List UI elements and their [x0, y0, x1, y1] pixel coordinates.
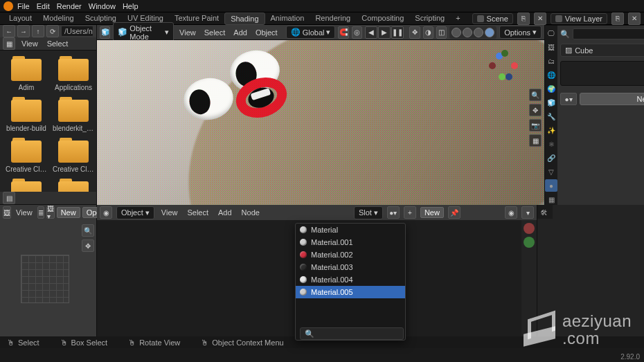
browse-material-icon[interactable]: ●▾: [387, 206, 400, 219]
tab-viewlayer-icon[interactable]: 🗂: [545, 55, 557, 67]
move-icon[interactable]: ✥: [82, 239, 94, 252]
ie-menu-view[interactable]: View: [13, 208, 35, 217]
nav-back-icon[interactable]: ←: [3, 25, 15, 37]
backdrop-icon[interactable]: ▾: [521, 206, 534, 219]
navigation-gizmo[interactable]: [489, 50, 519, 80]
tab-modeling[interactable]: Modeling: [37, 12, 80, 25]
overlays-icon[interactable]: ◑: [423, 26, 433, 39]
material-item[interactable]: Material.002: [296, 248, 405, 261]
tab-material-icon[interactable]: ●: [545, 179, 557, 192]
tab-data-icon[interactable]: ▽: [545, 165, 557, 178]
tab-layout[interactable]: Layout: [3, 12, 37, 25]
tab-particles-icon[interactable]: ✨: [545, 124, 557, 136]
material-item[interactable]: Material.001: [296, 236, 405, 248]
display-mode-icon[interactable]: ▤: [3, 192, 15, 204]
tab-world-icon[interactable]: 🌍: [545, 82, 557, 95]
material-item[interactable]: Material.005: [296, 286, 405, 298]
material-search[interactable]: 🔍: [300, 327, 404, 340]
axis-neg-z-icon[interactable]: [506, 73, 512, 80]
image-editor-canvas[interactable]: 🔍 ✥: [0, 220, 96, 336]
camera-icon[interactable]: 📷: [529, 119, 542, 132]
editor-type-icon[interactable]: ▦: [3, 37, 15, 50]
tab-scripting[interactable]: Scripting: [409, 12, 450, 25]
properties-search[interactable]: [573, 28, 644, 39]
sidebar-item-icon[interactable]: [524, 223, 535, 234]
new-image-button[interactable]: New: [57, 207, 80, 218]
path-field[interactable]: /Users/nadiken/: [61, 26, 93, 37]
menu-window[interactable]: Window: [89, 2, 116, 10]
menu-help[interactable]: Help: [123, 2, 138, 10]
shader-type-selector[interactable]: Object ▾: [116, 206, 154, 219]
tab-rendering[interactable]: Rendering: [310, 12, 356, 25]
ne-menu-view[interactable]: View: [159, 208, 181, 217]
folder-item[interactable]: Creative Clo…: [53, 138, 94, 173]
tab-texture-icon[interactable]: ▦: [545, 193, 557, 206]
ie-mode-icon[interactable]: ≣: [37, 206, 44, 219]
vp-menu-add[interactable]: Add: [231, 28, 250, 37]
material-slot-list[interactable]: [560, 61, 644, 86]
shading-matprev-icon[interactable]: [474, 28, 483, 37]
play-icon[interactable]: ▶: [378, 26, 391, 39]
vp-menu-view[interactable]: View: [177, 28, 199, 37]
zoom-icon[interactable]: 🔍: [529, 89, 542, 101]
folder-item[interactable]: Desktop: [6, 179, 47, 192]
axis-neg-x-icon[interactable]: [489, 62, 496, 69]
editor-type-icon[interactable]: 🧊: [100, 26, 110, 39]
pause-icon[interactable]: ❚❚: [391, 26, 404, 39]
viewlayer-selector[interactable]: View Layer: [551, 13, 607, 24]
tab-+[interactable]: +: [450, 12, 465, 25]
folder-item[interactable]: Applications: [53, 56, 94, 91]
vp-menu-object[interactable]: Object: [253, 28, 280, 37]
xray-icon[interactable]: ◫: [436, 26, 447, 39]
menu-edit[interactable]: Edit: [37, 2, 50, 10]
slot-selector[interactable]: Slot ▾: [354, 206, 383, 219]
scene-delete-icon[interactable]: ✕: [534, 12, 546, 25]
object-datablock[interactable]: ▨ Cube ⟩: [560, 44, 644, 57]
gizmo-toggle-icon[interactable]: ✥: [409, 26, 420, 39]
tab-constraints-icon[interactable]: 🔗: [545, 152, 557, 164]
sidebar-options-icon[interactable]: [524, 237, 535, 248]
ne-menu-add[interactable]: Add: [215, 208, 235, 217]
options-dropdown[interactable]: Options ▾: [499, 26, 542, 39]
persp-icon[interactable]: ▦: [529, 134, 542, 147]
axis-x-icon[interactable]: [511, 62, 518, 69]
folder-item[interactable]: Documents: [53, 179, 94, 192]
tab-object-icon[interactable]: 🧊: [545, 96, 557, 109]
shading-solid-icon[interactable]: [463, 28, 472, 37]
tab-tool-icon[interactable]: 🛠: [537, 206, 550, 219]
nav-refresh-icon[interactable]: ⟳: [46, 25, 59, 37]
axis-neg-y-icon[interactable]: [501, 50, 508, 57]
shading-rendered-icon[interactable]: [485, 28, 494, 37]
browse-image-icon[interactable]: 🖼▾: [46, 206, 55, 219]
scene-new-icon[interactable]: ⎘: [517, 12, 530, 25]
fb-menu-select[interactable]: Select: [44, 39, 71, 48]
tab-compositing[interactable]: Compositing: [356, 12, 409, 25]
new-material-button-ne[interactable]: New: [420, 207, 444, 218]
add-material-icon[interactable]: +: [404, 206, 416, 219]
material-item[interactable]: Material: [296, 224, 405, 236]
snap-icon[interactable]: 🧲: [338, 26, 348, 39]
folder-item[interactable]: Adim: [6, 56, 47, 91]
new-material-button[interactable]: New: [580, 93, 644, 105]
ne-menu-select[interactable]: Select: [184, 208, 211, 217]
fb-menu-view[interactable]: View: [19, 39, 41, 48]
node-editor-canvas[interactable]: MaterialMaterial.001Material.002Material…: [97, 220, 521, 336]
ne-menu-node[interactable]: Node: [239, 208, 262, 217]
folder-item[interactable]: Creative Clo…: [6, 138, 47, 173]
zoom-icon[interactable]: 🔍: [82, 224, 94, 237]
mode-selector[interactable]: 🧊 Object Mode ▾: [113, 22, 174, 43]
tab-animation[interactable]: Animation: [265, 12, 310, 25]
nav-forward-icon[interactable]: →: [17, 25, 30, 37]
viewlayer-delete-icon[interactable]: ✕: [628, 12, 641, 25]
tab-shading[interactable]: Shading: [224, 12, 265, 25]
viewlayer-new-icon[interactable]: ⎘: [611, 12, 624, 25]
scene-selector[interactable]: Scene: [472, 13, 513, 24]
material-item[interactable]: Material.003: [296, 261, 405, 273]
tab-texture-paint[interactable]: Texture Paint: [169, 12, 224, 25]
browse-material-icon[interactable]: ●▾: [560, 93, 577, 105]
vp-menu-select[interactable]: Select: [202, 28, 229, 37]
tab-render-icon[interactable]: 🖵: [545, 27, 557, 39]
menu-file[interactable]: File: [17, 2, 30, 10]
tab-scene-icon[interactable]: 🌐: [545, 69, 557, 81]
use-nodes-icon[interactable]: ◉: [505, 206, 517, 219]
